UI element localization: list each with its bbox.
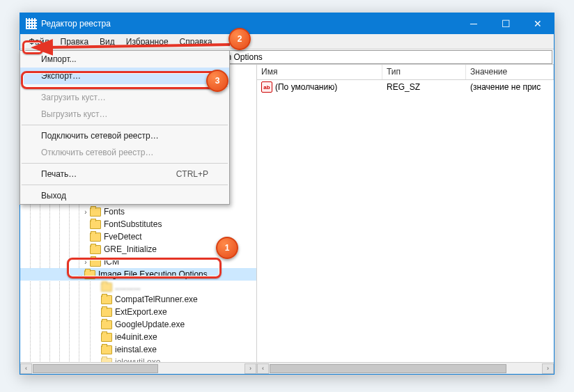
- folder-icon: [90, 207, 101, 217]
- menu-separator: [22, 185, 228, 185]
- list-row[interactable]: ab (По умолчанию) REG_SZ (значение не пр…: [257, 80, 554, 94]
- scroll-track[interactable]: [32, 363, 245, 374]
- tree-item[interactable]: ie4uinit.exe: [20, 331, 256, 343]
- tree-item[interactable]: ielowutil.exe: [20, 356, 256, 362]
- folder-icon: [101, 320, 112, 329]
- folder-icon: [101, 358, 112, 363]
- tree-item[interactable]: ieinstal.exe: [20, 343, 256, 356]
- col-name[interactable]: Имя: [257, 65, 382, 79]
- annotation-arrow: [42, 36, 237, 59]
- scroll-thumb[interactable]: [270, 364, 506, 373]
- list-pane: Имя Тип Значение ab (По умолчанию) REG_S…: [257, 65, 554, 374]
- svg-line-0: [47, 45, 230, 47]
- cell-name: (По умолчанию): [275, 82, 387, 92]
- menu-connect-network[interactable]: Подключить сетевой реестр…: [20, 127, 229, 144]
- tree-item[interactable]: GoogleUpdate.exe: [20, 318, 256, 331]
- menu-separator: [22, 125, 228, 125]
- string-value-icon: ab: [261, 81, 272, 93]
- col-value[interactable]: Значение: [466, 65, 554, 79]
- folder-icon: [101, 295, 112, 304]
- menu-exit[interactable]: Выход: [20, 187, 229, 204]
- scroll-right-button[interactable]: ›: [245, 363, 256, 374]
- menu-separator: [22, 163, 228, 164]
- col-type[interactable]: Тип: [382, 65, 466, 79]
- expand-icon[interactable]: ›: [82, 208, 90, 216]
- window-title: Редактор реестра: [41, 19, 111, 29]
- list-hscrollbar[interactable]: ‹ ›: [257, 362, 554, 374]
- tree-hscrollbar[interactable]: ‹ ›: [20, 362, 256, 374]
- annotation-callout-2: 2: [228, 28, 251, 50]
- annotation-callout-1: 1: [216, 237, 238, 259]
- annotation-ring-1: [67, 258, 222, 279]
- tree-item[interactable]: ExtExport.exe: [20, 306, 256, 318]
- folder-icon: [90, 245, 101, 254]
- folder-icon: [101, 308, 112, 317]
- scroll-left-button[interactable]: ‹: [257, 363, 269, 374]
- menu-load-hive: Загрузить куст…: [20, 89, 229, 106]
- cell-type: REG_SZ: [387, 82, 470, 92]
- maximize-button[interactable]: ☐: [490, 13, 522, 34]
- menu-unload-hive: Выгрузить куст…: [20, 106, 229, 123]
- close-button[interactable]: ✕: [522, 13, 554, 34]
- tree-item[interactable]: CompatTelRunner.exe: [20, 293, 256, 306]
- folder-icon: [101, 345, 112, 354]
- folder-icon: [90, 220, 101, 229]
- tree-item[interactable]: ...........: [20, 281, 256, 293]
- titlebar: Редактор реестра ─ ☐ ✕: [20, 13, 554, 34]
- tree-item[interactable]: FontSubstitutes: [20, 218, 256, 230]
- scroll-right-button[interactable]: ›: [542, 363, 554, 374]
- scroll-track[interactable]: [269, 363, 542, 374]
- annotation-ring-2: [22, 40, 43, 54]
- annotation-callout-3: 3: [206, 70, 228, 92]
- tree-item[interactable]: ›Fonts: [20, 205, 256, 218]
- folder-icon: [90, 233, 101, 242]
- app-icon: [26, 18, 37, 29]
- list-body[interactable]: ab (По умолчанию) REG_SZ (значение не пр…: [257, 80, 554, 362]
- window-controls: ─ ☐ ✕: [458, 13, 554, 34]
- folder-icon: [101, 333, 112, 342]
- menu-disconnect-network: Отключить сетевой реестр…: [20, 144, 229, 161]
- folder-icon: [101, 283, 112, 292]
- registry-tree: ›Fonts FontSubstitutes FveDetect GRE_Ini…: [20, 203, 256, 362]
- scroll-thumb[interactable]: [33, 364, 158, 373]
- minimize-button[interactable]: ─: [458, 13, 490, 34]
- menu-print[interactable]: Печать…CTRL+P: [20, 166, 229, 182]
- cell-value: (значение не прис: [470, 82, 554, 92]
- list-header: Имя Тип Значение: [257, 65, 554, 80]
- scroll-left-button[interactable]: ‹: [20, 363, 32, 374]
- annotation-ring-3: [21, 71, 220, 89]
